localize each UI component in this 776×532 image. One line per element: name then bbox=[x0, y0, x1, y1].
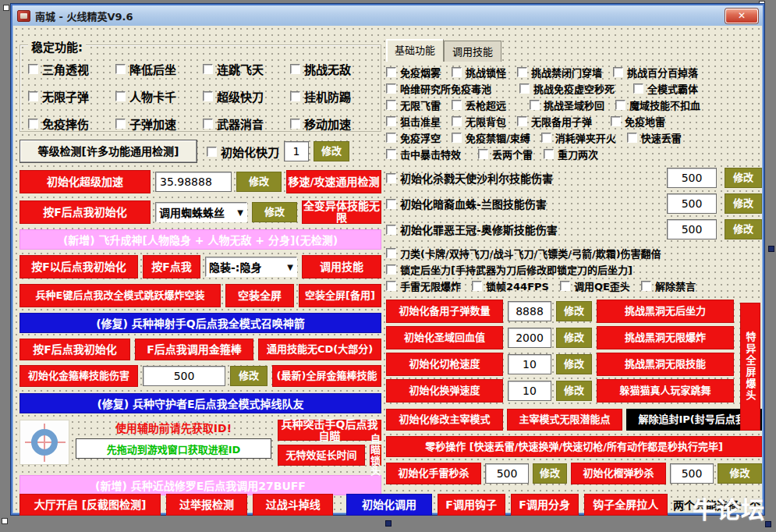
checkbox[interactable] bbox=[452, 116, 462, 126]
checkbox[interactable] bbox=[115, 119, 126, 129]
jump-explode-button[interactable]: 兵种E键后点我改全模式跳跃爆炸空装 bbox=[19, 284, 221, 307]
checkbox-item[interactable]: 挂机防踢 bbox=[290, 88, 376, 105]
checkbox[interactable] bbox=[386, 83, 396, 94]
side-action-button[interactable]: 躲猫猫真人玩家跳舞 bbox=[597, 379, 734, 403]
checkbox[interactable] bbox=[641, 281, 651, 291]
drag-to-window-hint[interactable]: 先拖动到游戏窗口获取进程ID bbox=[76, 438, 271, 459]
checkbox-item[interactable]: 免疫摔伤 bbox=[28, 115, 115, 132]
fast-knife-input[interactable] bbox=[284, 141, 309, 161]
checkbox[interactable] bbox=[386, 149, 396, 159]
mutant-skill-button[interactable]: 全变异体技能无限 bbox=[302, 200, 381, 224]
init-value-input[interactable] bbox=[508, 328, 551, 348]
f-init2-button[interactable]: 按F以后点我初始化 bbox=[19, 255, 138, 278]
checkbox-item[interactable]: 调用QE歪头 bbox=[560, 278, 630, 293]
init-value-input[interactable] bbox=[508, 354, 551, 374]
checkbox[interactable] bbox=[386, 133, 396, 143]
modify-button[interactable]: 修改 bbox=[556, 328, 592, 348]
checkbox[interactable] bbox=[203, 91, 213, 101]
side-action-button[interactable]: 挑战黑洞无限爆炸 bbox=[597, 326, 734, 349]
launcher-kill-input[interactable] bbox=[670, 463, 714, 484]
checkbox[interactable] bbox=[386, 173, 396, 183]
aim-lock-button[interactable]: 自瞄锁头 bbox=[370, 445, 381, 466]
checkbox[interactable] bbox=[386, 67, 396, 77]
spider-skill-dropdown[interactable]: 调用蜘蛛蛛丝▼ bbox=[155, 202, 247, 222]
checkbox-item[interactable]: 免疫禁锢/束缚 bbox=[452, 130, 530, 145]
checkbox-item[interactable]: 初始化暗裔血蛛-兰图技能伤害 bbox=[386, 196, 659, 211]
zero-second-button[interactable]: 零秒操作 [快速丢雷/快速换弹/快速切枪/所有动作都是秒执行完毕] bbox=[386, 436, 762, 457]
empty-fullscreen-button[interactable]: 空装全屏 bbox=[225, 284, 294, 307]
checkbox[interactable] bbox=[386, 248, 396, 258]
checkbox-item[interactable]: 三角透视 bbox=[28, 61, 115, 77]
checkbox-item[interactable]: 解除禁言 bbox=[641, 278, 696, 293]
checkbox[interactable] bbox=[290, 64, 300, 74]
checkbox-item[interactable]: 免疫浮空 bbox=[386, 130, 441, 145]
level-check-button[interactable]: 等级检测[许多功能通用检测] bbox=[19, 140, 197, 163]
checkbox-item[interactable]: 超级快刀 bbox=[203, 88, 290, 105]
checkbox[interactable] bbox=[386, 264, 396, 275]
checkbox-item[interactable]: 挑战免疫虚空秒死 bbox=[519, 81, 615, 96]
checkbox-item[interactable]: 丢两个雷 bbox=[478, 147, 533, 161]
shura-banner[interactable]: (新增) 兵种近战修罗E后点我调用27BUFF bbox=[19, 475, 381, 495]
resize-handle[interactable] bbox=[3, 5, 9, 11]
ascend-banner[interactable]: (新增) 飞升成神[人物隐身 + 人物无敌 + 分身](无检测) bbox=[19, 229, 381, 250]
rod-damage-button[interactable]: 初始化金箍棒技能伤害 bbox=[19, 365, 138, 387]
checkbox[interactable] bbox=[386, 199, 396, 209]
checkbox[interactable] bbox=[28, 91, 38, 101]
resize-handle[interactable] bbox=[765, 521, 771, 527]
checkbox-item[interactable]: 狙击准星 bbox=[386, 114, 441, 129]
modify-button[interactable]: 修改 bbox=[725, 168, 762, 188]
modify-button[interactable]: 修改 bbox=[556, 354, 592, 374]
close-button[interactable]: ✕ bbox=[725, 9, 758, 23]
title-bar[interactable]: 南城 - 火线精英V9.6 ✕ bbox=[12, 5, 763, 26]
modify-button[interactable]: 修改 bbox=[556, 381, 592, 401]
checkbox-item[interactable]: 连跳飞天 bbox=[203, 61, 290, 77]
modify-button[interactable]: 修改 bbox=[230, 366, 268, 386]
checkbox-item[interactable]: 锁帧244FPS bbox=[472, 278, 549, 293]
checkbox[interactable] bbox=[517, 116, 527, 126]
checkbox[interactable] bbox=[615, 100, 625, 110]
checkbox[interactable] bbox=[115, 91, 126, 101]
master-potential-button[interactable]: 主宰模式无限潜能点 bbox=[507, 409, 622, 431]
checkbox[interactable] bbox=[290, 119, 300, 129]
skill-damage-input[interactable] bbox=[667, 168, 717, 188]
checkbox-item[interactable]: 丢枪超远 bbox=[452, 98, 506, 112]
init-call-button[interactable]: 初始化调用 bbox=[346, 494, 431, 516]
checkbox-item[interactable]: 无限子弹 bbox=[28, 88, 115, 105]
checkbox[interactable] bbox=[203, 64, 213, 74]
checkbox-item[interactable]: 手雷无限爆炸 bbox=[386, 278, 461, 293]
checkbox-item[interactable]: 初始化罪恶王冠-奥修斯技能伤害 bbox=[386, 222, 659, 237]
f-init3-button[interactable]: 按F后点我初始化 bbox=[19, 339, 130, 360]
resize-handle[interactable] bbox=[768, 246, 774, 252]
hook-pull-button[interactable]: 钩子全屏拉人 bbox=[584, 494, 668, 516]
checkbox-item[interactable]: 无限飞雷 bbox=[386, 98, 441, 112]
modify-button[interactable]: 修改 bbox=[314, 141, 349, 161]
side-action-button[interactable]: 挑战黑洞无限技能 bbox=[597, 353, 734, 376]
modify-button[interactable]: 修改 bbox=[725, 219, 762, 239]
rod-fullscreen-button[interactable]: (最新)全屏金箍棒技能 bbox=[272, 365, 381, 387]
checkbox-item[interactable]: 挑战禁闭门穿墙 bbox=[517, 65, 602, 80]
modify-button[interactable]: 修改 bbox=[556, 301, 592, 321]
checkbox-item[interactable]: 魔域技能不扣血 bbox=[615, 98, 700, 112]
init-label-button[interactable]: 初始化圣域回血值 bbox=[386, 326, 503, 349]
f-click-button[interactable]: 按F点我 bbox=[143, 255, 200, 278]
crosshair-icon[interactable] bbox=[19, 420, 69, 465]
side-action-button[interactable]: 挑战黑洞无后坐力 bbox=[597, 300, 734, 323]
grenade-kill-button[interactable]: 初始化手雷秒杀 bbox=[386, 463, 481, 484]
speed-check-button[interactable]: 移速/攻速通用检测 bbox=[286, 170, 381, 193]
init-label-button[interactable]: 初始化切枪速度 bbox=[386, 353, 503, 376]
checkbox-item[interactable]: 免疫地雷 bbox=[611, 114, 665, 129]
modify-button[interactable]: 修改 bbox=[533, 463, 567, 484]
checkbox[interactable] bbox=[207, 147, 217, 157]
checkbox[interactable] bbox=[386, 281, 396, 291]
checkbox[interactable] bbox=[544, 149, 554, 159]
tab-call-skills[interactable]: 调用技能 bbox=[444, 41, 501, 62]
checkbox[interactable] bbox=[478, 149, 488, 159]
checkbox-item[interactable]: 移动加速 bbox=[290, 115, 376, 132]
checkbox-item[interactable]: 哈维研究所免疫毒池 bbox=[386, 81, 491, 96]
checkbox[interactable] bbox=[290, 91, 300, 101]
assault-aim-button[interactable]: 兵种突击手Q后点我自瞄 bbox=[278, 420, 381, 441]
checkbox[interactable] bbox=[627, 133, 637, 143]
no-fx-time-button[interactable]: 无特效延长时间 bbox=[278, 445, 365, 466]
clone-button[interactable]: F调用分身 bbox=[511, 494, 579, 516]
checkbox-item[interactable]: 武器消音 bbox=[203, 115, 290, 132]
